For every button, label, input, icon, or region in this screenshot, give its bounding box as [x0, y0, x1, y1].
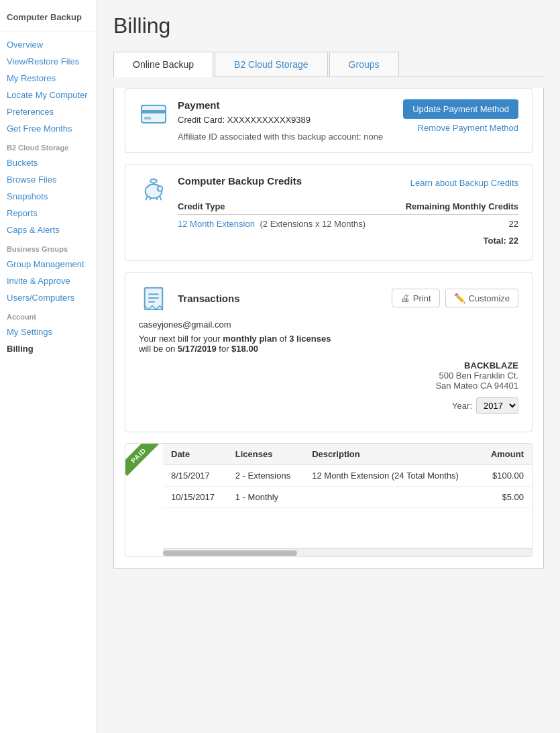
invoice-card: PAID Date Licenses Description Amount [125, 443, 533, 557]
bill-date: 5/17/2019 [178, 344, 217, 354]
invoice-row-2: 10/15/2017 1 - Monthly $5.00 [163, 487, 532, 508]
bill-text-3: will be on [139, 344, 175, 354]
tab-panel-online-backup: Payment Credit Card: XXXXXXXXXXX9389 Aff… [113, 88, 544, 569]
invoice-amount-2: $5.00 [479, 487, 532, 508]
scrollbar-thumb [163, 550, 297, 556]
invoice-table: Date Licenses Description Amount 8/15/20… [163, 444, 532, 548]
invoice-col-amount: Amount [479, 444, 532, 465]
transactions-card: Transactions 🖨 Print ✏️ Customize caseyj… [125, 272, 533, 432]
credits-row: 12 Month Extension (2 Extensions x 12 Mo… [178, 215, 518, 234]
svg-line-10 [160, 197, 162, 201]
credits-total-row: Total: 22 [178, 233, 518, 250]
credits-body: Computer Backup Credits Learn about Back… [178, 175, 518, 250]
sidebar-section-business: Business Groups [0, 238, 97, 256]
address-block: BACKBLAZE 500 Ben Franklin Ct. San Mateo… [139, 360, 518, 391]
credits-table: Credit Type Remaining Monthly Credits 12… [178, 199, 518, 250]
licenses-count: 3 licenses [289, 334, 331, 344]
svg-point-6 [150, 179, 157, 183]
credits-icon [139, 175, 168, 205]
transactions-title: Transactions [178, 293, 240, 304]
svg-point-11 [157, 189, 159, 191]
credits-card: Computer Backup Credits Learn about Back… [125, 164, 533, 261]
billing-tabs: Online Backup B2 Cloud Storage Groups [113, 52, 544, 77]
credits-col-remaining: Remaining Monthly Credits [390, 199, 518, 215]
invoice-licenses-1: 2 - Extensions [227, 465, 304, 487]
transactions-bill-date: will be on 5/17/2019 for $18.00 [139, 344, 518, 354]
invoice-description-2 [304, 487, 479, 508]
credit-type-link[interactable]: 12 Month Extension [178, 219, 255, 229]
customize-label: Customize [469, 293, 510, 303]
sidebar-item-billing[interactable]: Billing [0, 340, 97, 357]
sidebar-section-b2: B2 Cloud Storage [0, 137, 97, 154]
main-content: Billing Online Backup B2 Cloud Storage G… [97, 0, 560, 733]
update-payment-button[interactable]: Update Payment Method [403, 99, 518, 119]
payment-body: Payment Credit Card: XXXXXXXXXXX9389 Aff… [178, 99, 394, 142]
invoice-description-1: 12 Month Extension (24 Total Months) [304, 465, 479, 487]
payment-actions: Update Payment Method Remove Payment Met… [403, 99, 518, 133]
payment-credit-card: Credit Card: XXXXXXXXXXX9389 [178, 115, 394, 125]
tab-groups[interactable]: Groups [329, 52, 399, 77]
year-select[interactable]: 2015 2016 2017 2018 2019 [476, 397, 518, 414]
sidebar-section-account: Account [0, 306, 97, 324]
print-label: Print [413, 293, 431, 303]
customize-icon: ✏️ [454, 293, 465, 303]
sidebar-item-overview[interactable]: Overview [0, 36, 97, 53]
credits-title: Computer Backup Credits [178, 175, 302, 187]
invoice-col-licenses: Licenses [227, 444, 304, 465]
invoice-scrollbar[interactable] [163, 548, 532, 556]
bill-amount: $18.00 [231, 344, 258, 354]
learn-credits-link[interactable]: Learn about Backup Credits [410, 178, 518, 188]
sidebar-item-buckets[interactable]: Buckets [0, 154, 97, 171]
bill-text-2: of [280, 334, 289, 344]
tab-online-backup[interactable]: Online Backup [113, 52, 213, 77]
transactions-bill-info: Your next bill for your monthly plan of … [139, 334, 518, 344]
plan-type: monthly plan [223, 334, 277, 344]
invoice-amount-1: $100.00 [479, 465, 532, 487]
credits-total: Total: 22 [390, 233, 518, 250]
sidebar-item-browse-files[interactable]: Browse Files [0, 171, 97, 188]
remove-payment-link[interactable]: Remove Payment Method [418, 123, 518, 133]
sidebar-item-free-months[interactable]: Get Free Months [0, 120, 97, 137]
sidebar-item-my-restores[interactable]: My Restores [0, 70, 97, 87]
sidebar-item-reports[interactable]: Reports [0, 205, 97, 222]
credits-col-type: Credit Type [178, 199, 390, 215]
credit-type-detail: (2 Extensions x 12 Months) [260, 219, 366, 229]
sidebar-item-users-computers[interactable]: Users/Computers [0, 289, 97, 306]
bill-text-4: for [219, 344, 229, 354]
sidebar-item-preferences[interactable]: Preferences [0, 103, 97, 120]
payment-title: Payment [178, 99, 394, 111]
sidebar-logo: Computer Backup [0, 7, 97, 32]
address-line1: 500 Ben Franklin Ct. [139, 371, 518, 381]
payment-affiliate: Affiliate ID associated with this backup… [178, 132, 394, 142]
sidebar-item-my-settings[interactable]: My Settings [0, 324, 97, 340]
invoice-header-row: Date Licenses Description Amount [163, 444, 532, 465]
invoice-table-wrapper: Date Licenses Description Amount 8/15/20… [163, 444, 532, 556]
print-button[interactable]: 🖨 Print [392, 289, 440, 307]
svg-rect-0 [142, 105, 166, 123]
invoice-row-1: 8/15/2017 2 - Extensions 12 Month Extens… [163, 465, 532, 487]
sidebar-item-group-mgmt[interactable]: Group Management [0, 256, 97, 273]
paid-label: PAID [125, 444, 159, 476]
payment-card: Payment Credit Card: XXXXXXXXXXX9389 Aff… [125, 88, 533, 153]
sidebar-item-caps-alerts[interactable]: Caps & Alerts [0, 222, 97, 238]
invoice-date-1: 8/15/2017 [163, 465, 227, 487]
tab-b2-storage[interactable]: B2 Cloud Storage [215, 52, 328, 77]
sidebar: Computer Backup Overview View/Restore Fi… [0, 0, 97, 733]
bill-text-1: Your next bill for your [139, 334, 221, 344]
invoice-col-description: Description [304, 444, 479, 465]
print-icon: 🖨 [400, 293, 410, 303]
sidebar-item-view-restore[interactable]: View/Restore Files [0, 53, 97, 70]
year-selector-row: Year: 2015 2016 2017 2018 2019 [139, 391, 518, 421]
credit-remaining-value: 22 [390, 215, 518, 234]
transactions-email: caseyjones@gmail.com [139, 320, 518, 330]
customize-button[interactable]: ✏️ Customize [445, 289, 518, 307]
invoice-row-empty [163, 508, 532, 548]
sidebar-item-invite[interactable]: Invite & Approve [0, 273, 97, 289]
sidebar-item-snapshots[interactable]: Snapshots [0, 188, 97, 205]
sidebar-item-locate[interactable]: Locate My Computer [0, 87, 97, 103]
address-line2: San Mateo CA 94401 [139, 381, 518, 391]
invoice-date-2: 10/15/2017 [163, 487, 227, 508]
page-title: Billing [113, 13, 544, 38]
year-label: Year: [452, 401, 472, 411]
svg-rect-1 [142, 110, 166, 113]
